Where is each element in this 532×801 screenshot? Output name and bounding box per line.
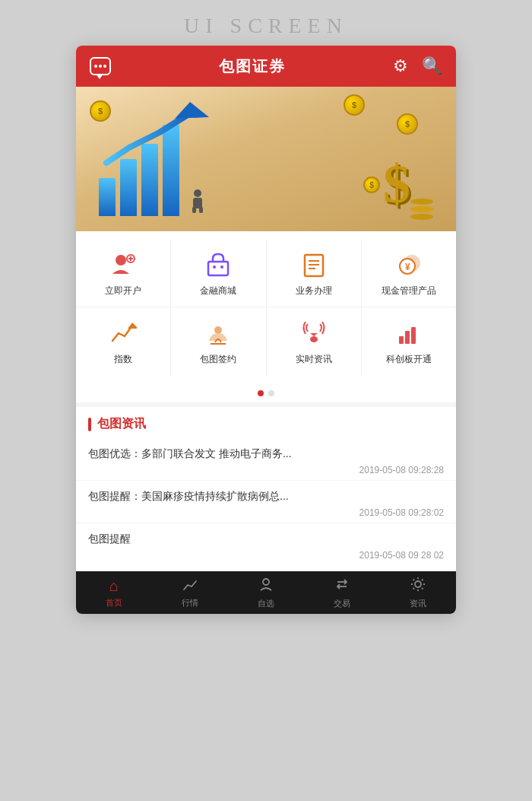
nav-item-watchlist[interactable]: 自选 bbox=[228, 571, 304, 614]
home-icon: ⌂ bbox=[109, 577, 119, 595]
grid-item-realtime[interactable]: 实时资讯 bbox=[267, 307, 362, 375]
grid-item-cash[interactable]: ¥ 现金管理产品 bbox=[362, 239, 456, 307]
nav-item-market[interactable]: 行情 bbox=[152, 571, 228, 614]
grid-item-tech[interactable]: 科创板开通 bbox=[362, 307, 456, 375]
trend-icon bbox=[182, 577, 198, 595]
svg-point-26 bbox=[263, 579, 269, 585]
svg-point-20 bbox=[214, 326, 222, 334]
svg-point-27 bbox=[415, 581, 421, 587]
exchange-icon bbox=[334, 577, 350, 596]
trend-arrow bbox=[99, 102, 220, 178]
grid-label-tech: 科创板开通 bbox=[386, 353, 432, 366]
grid-item-open-account[interactable]: 立即开户 bbox=[76, 239, 171, 307]
svg-point-1 bbox=[194, 189, 201, 197]
grid-item-biz[interactable]: 业务办理 bbox=[267, 239, 362, 307]
grid-label-biz: 业务办理 bbox=[296, 284, 332, 297]
news-bar-accent bbox=[88, 418, 91, 431]
svg-rect-24 bbox=[405, 331, 410, 344]
dot-1[interactable] bbox=[258, 390, 264, 396]
svg-text:¥: ¥ bbox=[405, 262, 410, 272]
news-text-1: 包图优选：多部门联合发文 推动电子商务... bbox=[88, 446, 444, 462]
person-figure bbox=[188, 189, 207, 213]
nav-item-home[interactable]: ⌂ 首页 bbox=[76, 571, 152, 614]
news-time-2: 2019-05-08 09:28:02 bbox=[88, 507, 444, 518]
svg-point-10 bbox=[213, 265, 216, 269]
news-section-title: 包图资讯 bbox=[97, 416, 146, 432]
nav-label-market: 行情 bbox=[182, 597, 198, 609]
grid-label-cash: 现金管理产品 bbox=[382, 284, 436, 297]
svg-rect-25 bbox=[411, 327, 416, 344]
svg-marker-19 bbox=[128, 323, 137, 329]
banner: $ $ $ $ $ bbox=[76, 87, 456, 231]
news-section: 包图资讯 包图优选：多部门联合发文 推动电子商务... 2019-05-08 0… bbox=[76, 407, 456, 571]
grid-row-2: 指数 包图签约 bbox=[76, 307, 456, 375]
svg-point-22 bbox=[310, 336, 318, 342]
grid-label-shop: 金融商城 bbox=[200, 284, 236, 297]
grid-row-1: 立即开户 金融商城 bbox=[76, 239, 456, 307]
svg-rect-3 bbox=[192, 207, 196, 213]
svg-line-34 bbox=[422, 579, 423, 580]
svg-rect-4 bbox=[199, 207, 203, 213]
nav-label-home: 首页 bbox=[106, 597, 122, 609]
news-text-3: 包图提醒 bbox=[88, 531, 444, 547]
svg-line-32 bbox=[413, 579, 415, 580]
header: 包图证券 ⚙ 🔍 bbox=[76, 46, 456, 87]
svg-rect-23 bbox=[399, 336, 404, 344]
nav-label-watchlist: 自选 bbox=[258, 598, 274, 609]
grid-item-shop[interactable]: 金融商城 bbox=[171, 239, 266, 307]
gear-icon[interactable]: ⚙ bbox=[393, 56, 408, 76]
news-item-1[interactable]: 包图优选：多部门联合发文 推动电子商务... 2019-05-08 09:28:… bbox=[76, 438, 456, 481]
header-right-icons: ⚙ 🔍 bbox=[393, 56, 442, 76]
person-icon bbox=[258, 577, 274, 596]
svg-line-35 bbox=[413, 588, 415, 590]
news-item-2[interactable]: 包图提醒：美国麻疹疫情持续扩散病例总... 2019-05-08 09:28:0… bbox=[76, 481, 456, 523]
news-time-1: 2019-05-08 09:28:28 bbox=[88, 465, 444, 475]
carousel-dots bbox=[76, 383, 456, 402]
sun-icon bbox=[410, 577, 426, 596]
nav-label-info: 资讯 bbox=[410, 598, 426, 609]
news-time-3: 2019-05-08 09 28 02 bbox=[88, 550, 444, 561]
svg-rect-2 bbox=[193, 198, 202, 208]
svg-marker-0 bbox=[175, 102, 209, 119]
search-icon[interactable]: 🔍 bbox=[422, 56, 442, 76]
chat-icon[interactable] bbox=[90, 57, 111, 75]
ui-label-text: UI SCREEN bbox=[184, 14, 348, 38]
dot-2[interactable] bbox=[268, 390, 274, 396]
news-text-2: 包图提醒：美国麻疹疫情持续扩散病例总... bbox=[88, 488, 444, 504]
phone-frame: 包图证券 ⚙ 🔍 $ $ $ bbox=[76, 46, 456, 614]
news-item-3[interactable]: 包图提醒 2019-05-08 09 28 02 bbox=[76, 523, 456, 565]
nav-label-trade: 交易 bbox=[334, 598, 350, 609]
news-header: 包图资讯 bbox=[76, 407, 456, 438]
grid-item-index[interactable]: 指数 bbox=[76, 307, 171, 375]
nav-item-info[interactable]: 资讯 bbox=[380, 571, 456, 614]
svg-line-33 bbox=[422, 588, 423, 590]
grid-item-sign[interactable]: 包图签约 bbox=[171, 307, 266, 375]
grid-label-sign: 包图签约 bbox=[200, 353, 236, 366]
bottom-nav: ⌂ 首页 行情 自选 bbox=[76, 571, 456, 614]
nav-item-trade[interactable]: 交易 bbox=[304, 571, 380, 614]
svg-rect-9 bbox=[208, 262, 228, 275]
svg-point-11 bbox=[220, 265, 223, 269]
dollar-sign: $ bbox=[383, 153, 410, 216]
grid-label-realtime: 实时资讯 bbox=[296, 353, 332, 366]
svg-point-5 bbox=[116, 255, 126, 265]
grid-label-open-account: 立即开户 bbox=[105, 284, 141, 297]
header-title: 包图证券 bbox=[219, 56, 286, 77]
grid-label-index: 指数 bbox=[114, 353, 132, 366]
grid-section: 立即开户 金融商城 bbox=[76, 231, 456, 383]
